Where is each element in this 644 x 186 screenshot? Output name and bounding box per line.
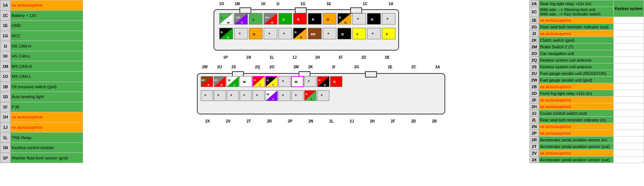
conn2-top-2A: 2A [435, 65, 440, 69]
right-group-empty-2L [613, 117, 644, 123]
conn1-label-1G: 1G [300, 2, 305, 6]
svg-rect-116 [279, 90, 290, 101]
right-pin-id-2N: 2N [530, 123, 539, 130]
svg-text:B: B [312, 18, 314, 21]
right-pin-label-2T: Accelerator pedal position sensor (out) [539, 143, 613, 150]
svg-text:BR: BR [201, 79, 205, 82]
svg-rect-104 [214, 90, 226, 101]
conn2-top-2M: 2M [294, 65, 299, 69]
svg-rect-30 [352, 13, 366, 24]
left-pin-label-1A: не используется [10, 0, 83, 11]
right-pin-id-2B: 2B [530, 83, 539, 90]
svg-rect-67 [365, 72, 376, 77]
svg-text:W: W [294, 80, 298, 84]
svg-text:W: W [228, 79, 231, 82]
left-pin-id-1M: 1M [0, 61, 11, 72]
left-pin-id-1A: 1A [0, 0, 11, 11]
connector2-svg: BR R GY R W G [195, 70, 447, 118]
conn2-top-2K: 2K [308, 65, 313, 69]
svg-rect-62 [382, 28, 395, 39]
right-group-empty-2D [613, 90, 644, 97]
conn2-bot-2V: 2V [226, 119, 231, 123]
conn1-bot-1H: 1H [315, 55, 320, 59]
svg-rect-32 [367, 13, 381, 24]
right-group-empty-2I [613, 30, 644, 37]
right-pin-label-2O: Car-navigation unit [539, 50, 613, 57]
svg-text:Y: Y [386, 32, 388, 36]
conn2-top-2Q: 2Q [255, 65, 260, 69]
svg-rect-100 [330, 76, 342, 87]
conn1-label-1K: 1K [261, 2, 266, 6]
right-pin-id-2V: 2V [530, 150, 539, 156]
svg-rect-60 [367, 28, 381, 39]
right-group-empty-2E [613, 17, 644, 24]
right-pin-label-2C: With adv. --> Steering lock unitWith adv… [539, 7, 613, 17]
svg-text:*: * [243, 93, 245, 99]
svg-rect-22 [308, 13, 321, 24]
left-pin-id-1P: 1P [0, 153, 11, 163]
left-pin-label-1D: Auto leveling light [10, 92, 83, 102]
svg-rect-42 [249, 28, 262, 39]
conn2-bot-2L: 2L [329, 119, 334, 123]
right-pin-table: 2ARear fog light relay +12v (in)Keyless … [529, 0, 644, 163]
svg-text:O: O [344, 21, 347, 24]
right-pin-id-2I: 2I [530, 30, 539, 37]
conn2-bot-2T: 2T [246, 119, 251, 123]
conn1-label-1C: 1C [363, 2, 368, 6]
svg-rect-2 [295, 8, 306, 13]
right-pin-label-2R: Accelerator pedal position sensor (in) [539, 137, 613, 143]
right-pin-label-2L: Rear seat belt reminder indicator (in) [539, 117, 613, 123]
right-group-empty-2W [613, 77, 644, 83]
left-pin-label-1O: MS CAN-L [10, 71, 83, 82]
left-pin-id-1E: 1E [0, 21, 11, 31]
svg-rect-56 [338, 28, 351, 39]
svg-rect-34 [382, 13, 395, 24]
right-group-empty-2U [613, 70, 644, 77]
conn2-top-2I: 2I [332, 65, 335, 69]
svg-text:O: O [300, 36, 302, 39]
right-pin-label-2Q: Keyless system coil antenna [539, 57, 613, 63]
conn2-top-2E: 2E [388, 65, 392, 69]
svg-text:*: * [327, 31, 330, 37]
svg-rect-24 [323, 13, 336, 24]
conn1-label-1O: 1O [219, 2, 224, 6]
right-group-empty-2G [613, 24, 644, 30]
right-pin-label-2N: не используется [539, 123, 613, 130]
svg-rect-40 [234, 28, 248, 39]
left-pin-label-1M: MS CAN-H [10, 61, 83, 72]
left-pin-id-1L: 1L [0, 132, 11, 143]
svg-text:*: * [283, 31, 285, 37]
svg-text:O: O [253, 32, 255, 36]
svg-text:G: G [227, 36, 229, 39]
conn1-label-1M: 1M [235, 2, 240, 6]
right-group-empty-2K [613, 37, 644, 44]
left-pin-id-1B: 1B [0, 82, 11, 92]
svg-text:L: L [253, 18, 255, 21]
right-pin-id-2X: 2X [530, 156, 539, 163]
left-pin-id-1J: 1J [0, 122, 11, 132]
svg-text:B: B [221, 31, 223, 34]
svg-text:L: L [311, 98, 313, 100]
main-container: 1Aне используется1CBattery + 12V1EGND1GA… [0, 0, 644, 163]
right-pin-id-2A: 2A [530, 0, 539, 7]
svg-text:Y: Y [259, 84, 261, 86]
left-pin-label-1P: Washer fluid-level sensor (gnd) [10, 153, 83, 163]
conn2-top-2S: 2S [231, 65, 236, 69]
svg-text:R: R [333, 80, 336, 84]
conn1-bot-1L: 1L [270, 55, 274, 59]
right-pin-label-2S: Keyless system coil antenna [539, 63, 613, 70]
svg-text:*: * [217, 93, 219, 99]
right-pin-id-2J: 2J [530, 110, 539, 117]
svg-rect-94 [304, 76, 316, 87]
svg-rect-12 [249, 13, 262, 24]
svg-text:*: * [386, 17, 389, 23]
svg-rect-118 [292, 90, 303, 101]
left-pin-label-1B: Oil pressure switch (gnd) [10, 82, 83, 92]
connector1-svg: L W GY V L [210, 6, 402, 54]
svg-rect-46 [279, 28, 292, 39]
conn1-label-1E: 1E [327, 2, 331, 6]
right-group-empty-2P [613, 130, 644, 137]
svg-text:BR: BR [311, 32, 316, 36]
right-pin-label-2V: не используется [539, 150, 613, 156]
right-pin-id-2R: 2R [530, 137, 539, 143]
